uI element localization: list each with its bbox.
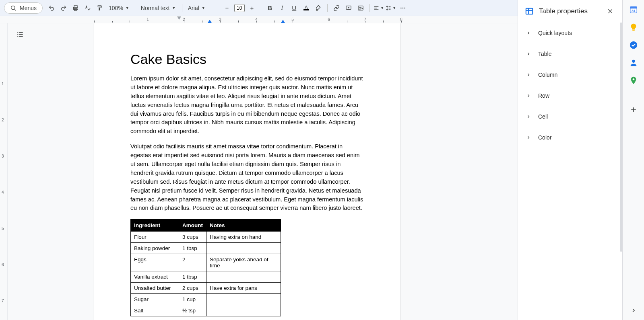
svg-rect-29 bbox=[526, 8, 533, 14]
svg-marker-22 bbox=[281, 20, 285, 23]
table-cell[interactable]: 2 cups bbox=[179, 283, 206, 294]
table-header[interactable]: Ingredient bbox=[131, 219, 179, 232]
table-row[interactable]: Salt ½ tsp bbox=[131, 305, 281, 316]
vertical-ruler[interactable]: 1 2 3 4 5 6 7 bbox=[0, 23, 8, 320]
separator bbox=[135, 4, 135, 12]
underline-button[interactable]: U bbox=[289, 2, 300, 14]
panel-section-color[interactable]: Color bbox=[518, 127, 622, 148]
document-title[interactable]: Cake Basics bbox=[130, 51, 364, 67]
add-app-button[interactable] bbox=[629, 105, 638, 115]
text-color-button[interactable]: A bbox=[301, 2, 312, 14]
table-cell[interactable]: 1 tbsp bbox=[179, 271, 206, 283]
table-icon bbox=[524, 6, 534, 16]
table-cell[interactable]: 2 bbox=[179, 254, 206, 271]
table-cell[interactable]: Salt bbox=[131, 305, 179, 316]
chevron-right-icon bbox=[524, 51, 533, 56]
more-button[interactable] bbox=[397, 2, 409, 14]
paragraph[interactable]: Lorem ipsum dolor sit amet, consectetur … bbox=[130, 74, 364, 136]
table-header[interactable]: Amount bbox=[179, 219, 206, 232]
chevron-right-icon bbox=[524, 31, 533, 35]
maps-app-button[interactable] bbox=[629, 76, 638, 85]
panel-section-quick-layouts[interactable]: Quick layouts bbox=[518, 23, 622, 43]
bold-button[interactable]: B bbox=[264, 2, 276, 14]
align-button[interactable]: ▼ bbox=[373, 2, 384, 14]
hide-rail-button[interactable] bbox=[629, 306, 638, 315]
svg-point-0 bbox=[11, 6, 15, 9]
close-panel-button[interactable] bbox=[605, 6, 616, 17]
panel-section-cell[interactable]: Cell bbox=[518, 106, 622, 127]
table-row[interactable]: Vanilla extract 1 tbsp bbox=[131, 271, 281, 283]
table-cell[interactable]: Separate yolks ahead of time bbox=[206, 254, 281, 271]
show-outline-button[interactable] bbox=[14, 29, 26, 40]
svg-rect-37 bbox=[632, 30, 635, 31]
svg-point-40 bbox=[632, 78, 634, 80]
table-cell[interactable]: 1 cup bbox=[179, 294, 206, 305]
table-cell[interactable]: Baking powder bbox=[131, 243, 179, 254]
menus-label: Menus bbox=[20, 5, 37, 11]
table-row[interactable]: Sugar 1 cup bbox=[131, 294, 281, 305]
table-row[interactable]: Unsalted butter 2 cups Have extra for pa… bbox=[131, 283, 281, 294]
separator bbox=[182, 4, 182, 12]
table-cell[interactable] bbox=[206, 294, 281, 305]
font-select[interactable]: Arial ▼ bbox=[186, 2, 215, 14]
table-cell[interactable]: 3 cups bbox=[179, 232, 206, 243]
separator bbox=[261, 4, 261, 12]
ingredients-table[interactable]: Ingredient Amount Notes Flour 3 cups Hav… bbox=[130, 219, 281, 316]
page-content[interactable]: Cake Basics Lorem ipsum dolor sit amet, … bbox=[94, 23, 400, 320]
table-row[interactable]: Eggs 2 Separate yolks ahead of time bbox=[131, 254, 281, 271]
table-cell[interactable] bbox=[206, 271, 281, 283]
tasks-app-button[interactable] bbox=[629, 40, 638, 50]
table-cell[interactable]: Vanilla extract bbox=[131, 271, 179, 283]
indent-marker-right[interactable] bbox=[281, 20, 285, 23]
keep-app-button[interactable] bbox=[629, 23, 638, 32]
menus-pill[interactable]: Menus bbox=[4, 2, 43, 14]
table-cell[interactable]: 1 tbsp bbox=[179, 243, 206, 254]
document-page[interactable]: Cake Basics Lorem ipsum dolor sit amet, … bbox=[94, 23, 400, 320]
panel-section-row[interactable]: Row bbox=[518, 85, 622, 106]
table-cell[interactable]: Flour bbox=[131, 232, 179, 243]
chevron-right-icon bbox=[524, 114, 533, 119]
chevron-right-icon bbox=[524, 135, 533, 140]
table-cell[interactable] bbox=[206, 305, 281, 316]
contacts-app-button[interactable] bbox=[629, 58, 638, 68]
calendar-app-button[interactable]: 31 bbox=[629, 5, 638, 14]
line-spacing-button[interactable]: ▼ bbox=[385, 2, 396, 14]
undo-button[interactable] bbox=[46, 2, 57, 14]
table-row[interactable]: Flour 3 cups Having extra on hand bbox=[131, 232, 281, 243]
table-cell[interactable]: Sugar bbox=[131, 294, 179, 305]
highlight-button[interactable] bbox=[313, 2, 324, 14]
insert-image-button[interactable] bbox=[355, 2, 366, 14]
print-button[interactable] bbox=[70, 2, 81, 14]
table-header-row[interactable]: Ingredient Amount Notes bbox=[131, 219, 281, 232]
insert-link-button[interactable] bbox=[331, 2, 342, 14]
spellcheck-button[interactable] bbox=[82, 2, 93, 14]
panel-section-column[interactable]: Column bbox=[518, 64, 622, 85]
zoom-select[interactable]: 100% ▼ bbox=[106, 2, 132, 14]
paragraph[interactable]: Volutpat odio facilisis mauris sit amet … bbox=[130, 142, 364, 213]
redo-button[interactable] bbox=[58, 2, 69, 14]
svg-point-39 bbox=[632, 60, 635, 63]
paint-format-button[interactable] bbox=[94, 2, 105, 14]
increase-font-button[interactable]: + bbox=[246, 2, 258, 14]
table-cell[interactable]: Unsalted butter bbox=[131, 283, 179, 294]
panel-section-label: Cell bbox=[538, 113, 548, 120]
table-cell[interactable]: Eggs bbox=[131, 254, 179, 271]
decrease-font-button[interactable]: − bbox=[221, 2, 233, 14]
insert-comment-button[interactable] bbox=[343, 2, 354, 14]
style-select[interactable]: Normal text ▼ bbox=[138, 2, 179, 14]
indent-marker-left[interactable] bbox=[177, 16, 181, 21]
table-cell[interactable]: Having extra on hand bbox=[206, 232, 281, 243]
panel-section-table[interactable]: Table bbox=[518, 43, 622, 64]
table-header[interactable]: Notes bbox=[206, 219, 281, 232]
font-size-input[interactable] bbox=[234, 4, 245, 12]
chevron-down-icon: ▼ bbox=[380, 6, 384, 10]
table-cell[interactable] bbox=[206, 243, 281, 254]
indent-marker-first[interactable] bbox=[208, 20, 212, 23]
table-cell[interactable]: Have extra for pans bbox=[206, 283, 281, 294]
table-cell[interactable]: ½ tsp bbox=[179, 305, 206, 316]
svg-point-19 bbox=[404, 7, 405, 8]
search-icon bbox=[10, 5, 17, 11]
italic-button[interactable]: I bbox=[277, 2, 288, 14]
table-row[interactable]: Baking powder 1 tbsp bbox=[131, 243, 281, 254]
panel-section-label: Color bbox=[538, 134, 551, 141]
